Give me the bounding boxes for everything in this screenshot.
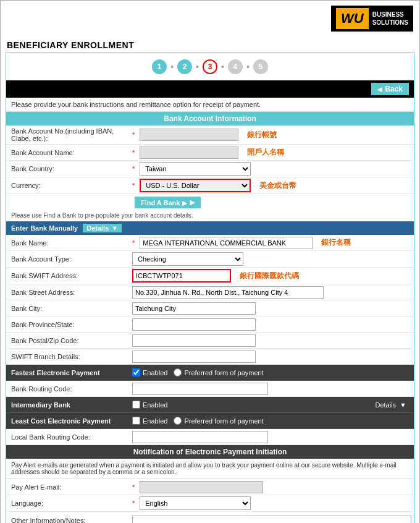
least-cost-enabled-label: Enabled	[143, 417, 167, 425]
bank-city-input[interactable]	[132, 302, 256, 315]
bank-postal-label: Bank Postal/Zip Code:	[6, 335, 130, 346]
pay-alert-email-input[interactable]	[140, 481, 263, 493]
wu-text: BUSINESS SOLUTIONS	[372, 11, 408, 27]
notes-value	[130, 514, 414, 523]
intermediary-details-area: Details ▼	[375, 401, 406, 409]
intermediary-section: Intermediary Bank Enabled Details ▼	[6, 397, 414, 413]
least-cost-enabled-checkbox[interactable]	[132, 417, 140, 425]
enter-bank-form: Bank Name: * 銀行名稱 Bank Account Type: Che…	[6, 235, 414, 365]
local-routing-value	[130, 430, 414, 444]
back-button[interactable]: Back	[371, 83, 409, 95]
language-row: Language: * English	[6, 495, 414, 512]
bank-routing-input[interactable]	[132, 383, 268, 395]
bank-name-label: Bank Name:	[6, 237, 130, 249]
bank-account-name-row: Bank Account Name: * 開戶人名稱	[6, 145, 414, 161]
fastest-enabled-checkbox[interactable]	[132, 368, 140, 376]
least-cost-section: Least Cost Electronic Payment Enabled Pr…	[6, 413, 414, 429]
notification-header: Notification of Electronic Payment Initi…	[6, 445, 414, 459]
local-routing-input[interactable]	[132, 431, 268, 443]
intermediary-checkbox-area: Enabled	[132, 401, 167, 409]
bank-account-section-header: Bank Account Information	[6, 112, 414, 125]
bank-province-value	[130, 317, 414, 332]
bank-account-no-label: Bank Account No.(including IBAN, Clabe, …	[6, 125, 130, 144]
fastest-enabled-label: Enabled	[143, 369, 167, 376]
wizard-step-5[interactable]: 5	[253, 59, 268, 74]
chevron-down-icon: ▼	[111, 224, 118, 232]
wizard-dot-1: •	[170, 62, 174, 72]
swift-branch-input[interactable]	[132, 351, 256, 363]
bank-postal-input[interactable]	[132, 334, 256, 347]
bank-account-type-label: Bank Account Type:	[6, 253, 130, 265]
fastest-preferred-radio[interactable]	[174, 368, 182, 376]
wizard-step-3[interactable]: 3	[203, 59, 217, 74]
bank-province-row: Bank Province/State:	[6, 317, 414, 333]
swift-branch-row: SWIFT Branch Details:	[6, 349, 414, 365]
intermediary-enabled-label: Enabled	[143, 401, 167, 409]
info-bar: Please provide your bank instructions an…	[6, 98, 414, 112]
language-select[interactable]: English	[140, 496, 251, 510]
bank-country-select[interactable]: Taiwan	[140, 162, 251, 176]
wizard-dot-2: •	[196, 62, 199, 72]
required-star-lang: *	[132, 500, 135, 507]
back-bar: Back	[6, 80, 414, 98]
enter-bank-header: Enter Bank Manually Details ▼	[6, 221, 414, 235]
swift-address-row: Bank SWIFT Address: 銀行國際匯款代碼	[6, 268, 414, 284]
bank-country-label: Bank Country:	[6, 163, 130, 174]
currency-select[interactable]: USD - U.S. Dollar	[140, 179, 251, 192]
bank-city-value	[130, 301, 414, 316]
page-title: BENEFICIARY ENROLLMENT	[1, 36, 419, 53]
bank-account-type-row: Bank Account Type: Checking	[6, 251, 414, 268]
local-routing-label: Local Bank Routing Code:	[6, 432, 130, 443]
enter-bank-label: Enter Bank Manually	[11, 224, 78, 232]
swift-address-input[interactable]	[132, 269, 231, 283]
bank-account-name-input[interactable]	[140, 147, 238, 159]
wizard-step-4[interactable]: 4	[228, 59, 243, 74]
intermediary-enabled-checkbox[interactable]	[132, 401, 140, 409]
bank-account-name-label: Bank Account Name:	[6, 147, 130, 158]
notes-textarea[interactable]	[132, 516, 411, 523]
bank-province-input[interactable]	[132, 318, 256, 331]
notes-row: Other Information/Notes:	[6, 512, 414, 523]
back-arrow-icon	[377, 85, 382, 93]
bank-account-no-row: Bank Account No.(including IBAN, Clabe, …	[6, 125, 414, 145]
pay-alert-email-label: Pay Alert E-mail:	[6, 482, 130, 493]
details-badge[interactable]: Details ▼	[83, 224, 122, 232]
bank-account-annotation: 銀行帳號	[247, 130, 277, 140]
pay-alert-email-value: *	[130, 480, 414, 495]
swift-branch-value	[130, 349, 414, 364]
required-star-5: *	[132, 239, 135, 247]
currency-row: Currency: * USD - U.S. Dollar 美金或台幣	[6, 177, 414, 194]
wizard-dot-4: •	[246, 62, 250, 72]
bank-city-row: Bank City:	[6, 300, 414, 317]
required-star-email: *	[132, 483, 135, 491]
currency-label: Currency:	[6, 180, 130, 191]
wizard-step-2[interactable]: 2	[177, 59, 192, 74]
wizard-step-1[interactable]: 1	[152, 59, 167, 74]
bank-account-no-value: * 銀行帳號	[130, 127, 414, 142]
fastest-enabled-checkbox-area: Enabled	[132, 368, 167, 376]
bank-account-type-select[interactable]: Checking	[132, 252, 243, 266]
swift-annotation: 銀行國際匯款代碼	[240, 271, 299, 281]
bank-street-row: Bank Street Address:	[6, 284, 414, 300]
wu-logo: WU BUSINESS SOLUTIONS	[331, 6, 413, 32]
intermediary-label: Intermediary Bank	[6, 399, 130, 410]
bank-account-type-value: Checking	[130, 251, 414, 267]
bank-name-input[interactable]	[140, 237, 313, 249]
least-cost-preferred-label: Preferred form of payment	[184, 417, 263, 425]
bank-account-no-input[interactable]	[140, 129, 238, 141]
find-bank-button[interactable]: Find A Bank ▶	[135, 197, 201, 208]
find-bank-row: Find A Bank ▶	[6, 194, 414, 211]
bank-country-value: * Taiwan	[130, 161, 414, 177]
least-cost-row: Least Cost Electronic Payment Enabled Pr…	[6, 413, 414, 429]
bank-account-form: Bank Account No.(including IBAN, Clabe, …	[6, 125, 414, 221]
required-star: *	[132, 131, 135, 138]
bank-street-input[interactable]	[132, 286, 324, 299]
required-star-3: *	[132, 165, 135, 172]
notes-label: Other Information/Notes:	[6, 514, 130, 523]
bank-routing-value	[130, 381, 414, 396]
least-cost-preferred-radio[interactable]	[174, 417, 182, 425]
bank-name-annotation: 銀行名稱	[321, 237, 351, 248]
intermediary-row: Intermediary Bank Enabled Details ▼	[6, 397, 414, 413]
fastest-preferred-label: Preferred form of payment	[184, 369, 263, 376]
fastest-payment-value: Enabled Preferred form of payment	[130, 367, 414, 378]
